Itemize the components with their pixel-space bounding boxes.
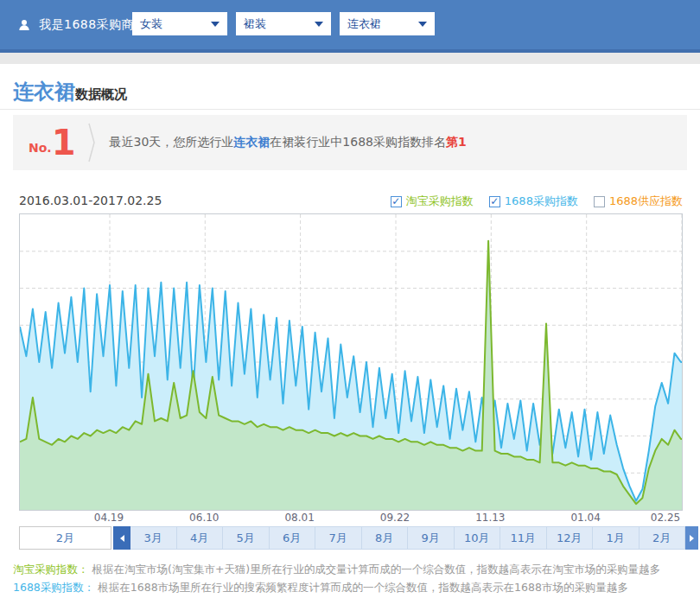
rank-keyword: 连衣裙 xyxy=(233,135,270,149)
legend-label: 1688供应指数 xyxy=(609,194,683,209)
month-tab[interactable]: 12月 xyxy=(547,527,594,549)
footnote-text: 根据在淘宝市场(淘宝集市+天猫)里所在行业的成交量计算而成的一个综合数值，指数越… xyxy=(92,563,661,576)
legend-item[interactable]: ✓淘宝采购指数 xyxy=(391,194,474,209)
dropdown-arrow-icon xyxy=(315,22,323,27)
arrow-right-icon xyxy=(690,535,694,542)
rank-text-before: 最近30天，您所选行业 xyxy=(110,135,234,149)
month-tab[interactable]: 6月 xyxy=(270,527,316,549)
chart-plot-area[interactable] xyxy=(20,214,682,510)
x-axis-tick-label: 09.22 xyxy=(380,512,410,524)
dropdown-arrow-icon xyxy=(211,22,220,27)
chevron-divider-icon xyxy=(88,123,96,162)
rank-sentence: 最近30天，您所选行业连衣裙在裙装行业中1688采购指数排名第1 xyxy=(110,135,467,150)
rank-badge: No. 1 xyxy=(29,128,76,157)
dropdown-value: 裙装 xyxy=(244,16,266,32)
legend-item[interactable]: ✓1688采购指数 xyxy=(489,194,578,209)
category-dropdown-2[interactable]: 裙装 xyxy=(236,12,331,35)
page-title-keyword: 连衣裙 xyxy=(13,78,75,105)
legend-item[interactable]: 1688供应指数 xyxy=(594,194,683,209)
page-title-suffix: 数据概况 xyxy=(75,86,127,103)
rank-value: 第1 xyxy=(446,135,467,149)
footnote-1688-index: 1688采购指数：根据在1688市场里所在行业的搜索频繁程度计算而成的一个综合数… xyxy=(13,581,628,595)
x-axis-tick-label: 08.01 xyxy=(284,512,314,524)
category-dropdown-1[interactable]: 女装 xyxy=(132,12,227,35)
month-tab[interactable]: 9月 xyxy=(408,527,455,549)
dropdown-value: 连衣裙 xyxy=(347,16,381,32)
footnote-label: 1688采购指数： xyxy=(13,581,94,594)
checkbox-checked-icon[interactable]: ✓ xyxy=(489,196,500,207)
dropdown-value: 女装 xyxy=(140,16,162,32)
page: 我是1688采购商 女装 裙装 连衣裙 连衣裙 数据概况 No. 1 xyxy=(0,0,700,598)
x-axis-tick-label: 04.19 xyxy=(94,512,124,524)
month-selector: 2月 3月4月5月6月7月8月9月10月11月12月1月2月 xyxy=(19,526,698,550)
x-axis-tick-label: 06.10 xyxy=(189,512,219,524)
rank-text-middle: 在裙装行业中1688采购指数排名 xyxy=(270,135,446,149)
legend-label: 淘宝采购指数 xyxy=(406,194,474,209)
month-tab[interactable]: 10月 xyxy=(455,527,501,549)
month-tab[interactable]: 5月 xyxy=(223,527,270,549)
month-tab[interactable]: 3月 xyxy=(130,527,177,549)
page-title: 连衣裙 数据概况 xyxy=(13,78,127,105)
trend-chart[interactable] xyxy=(19,213,683,511)
arrow-left-icon xyxy=(120,535,124,542)
x-axis: 04.1906.1008.0109.2211.1301.0402.25 xyxy=(19,512,681,524)
prev-month-button[interactable] xyxy=(113,526,130,550)
rank-banner: No. 1 最近30天，您所选行业连衣裙在裙装行业中1688采购指数排名第1 xyxy=(13,115,687,170)
month-tab[interactable]: 1月 xyxy=(593,527,640,549)
month-tab[interactable]: 2月 xyxy=(640,527,686,549)
x-axis-tick-label: 11.13 xyxy=(475,512,505,524)
month-tab-active[interactable]: 2月 xyxy=(19,526,111,550)
month-tab[interactable]: 4月 xyxy=(177,527,224,549)
category-dropdown-3[interactable]: 连衣裙 xyxy=(340,12,435,35)
divider xyxy=(0,109,700,110)
month-tab[interactable]: 11月 xyxy=(500,527,547,549)
x-axis-tick-label: 01.04 xyxy=(570,512,600,524)
month-tab[interactable]: 8月 xyxy=(362,527,409,549)
date-range-label: 2016.03.01-2017.02.25 xyxy=(19,194,162,207)
footnote-taobao-index: 淘宝采购指数：根据在淘宝市场(淘宝集市+天猫)里所在行业的成交量计算而成的一个综… xyxy=(13,563,660,577)
user-menu-label: 我是1688采购商 xyxy=(39,17,134,33)
checkbox-checked-icon[interactable]: ✓ xyxy=(391,196,402,207)
rank-number: 1 xyxy=(52,128,76,157)
user-icon xyxy=(17,18,31,32)
chart-legend: ✓淘宝采购指数✓1688采购指数1688供应指数 xyxy=(391,194,683,209)
x-axis-tick-label: 02.25 xyxy=(651,512,680,524)
user-menu[interactable]: 我是1688采购商 xyxy=(17,17,149,33)
footnote-text: 根据在1688市场里所在行业的搜索频繁程度计算而成的一个综合数值，指数越高表示在… xyxy=(98,581,628,594)
footnote-label: 淘宝采购指数： xyxy=(13,563,89,576)
header-bar: 我是1688采购商 女装 裙装 连衣裙 xyxy=(0,0,700,53)
checkbox-unchecked-icon[interactable] xyxy=(594,196,605,207)
rank-no-label: No. xyxy=(29,142,52,157)
header-shadow-strip xyxy=(0,53,700,64)
next-month-button[interactable] xyxy=(685,526,698,550)
month-tab[interactable]: 7月 xyxy=(315,527,362,549)
legend-label: 1688采购指数 xyxy=(505,194,578,209)
month-tabs: 3月4月5月6月7月8月9月10月11月12月1月2月 xyxy=(130,526,685,550)
dropdown-arrow-icon xyxy=(418,22,427,27)
